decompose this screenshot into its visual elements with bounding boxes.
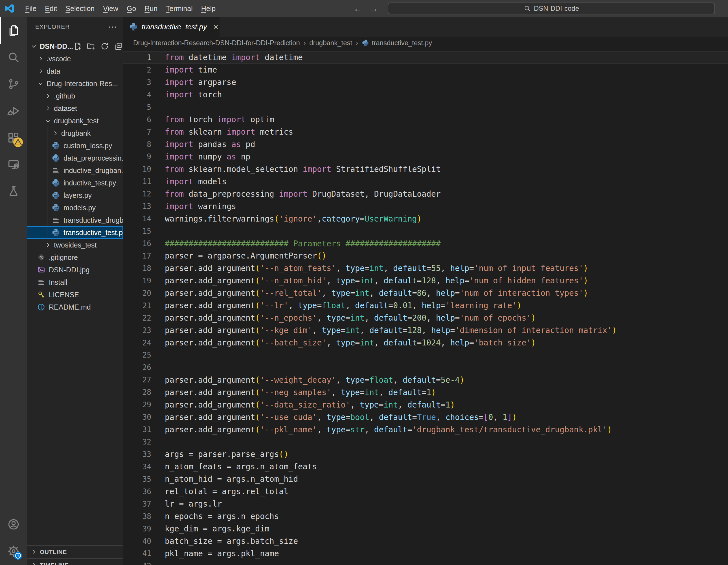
tree-item-models-py[interactable]: models.py (27, 202, 123, 214)
menu-terminal[interactable]: Terminal (162, 0, 197, 17)
tree-item-readme-md[interactable]: README.md (27, 301, 123, 313)
tree-item-layers-py[interactable]: layers.py (27, 189, 123, 202)
code-line[interactable]: 12from data_preprocessing import DrugDat… (123, 188, 728, 200)
menu-edit[interactable]: Edit (41, 0, 61, 17)
tree-item-transductive-test-py[interactable]: transductive_test.py (27, 226, 123, 239)
code-line[interactable]: 26 (123, 361, 728, 374)
new-folder-icon[interactable] (87, 42, 96, 51)
code-line[interactable]: 28parser.add_argument('--neg_samples', t… (123, 386, 728, 398)
code-line[interactable]: 4import torch (123, 89, 728, 101)
code-line[interactable]: 42 (123, 560, 728, 565)
activity-source-control-icon[interactable] (0, 71, 27, 97)
code-line[interactable]: 5 (123, 101, 728, 113)
code-line[interactable]: 38n_epochs = args.n_epochs (123, 510, 728, 523)
tree-item-transductive-drugb[interactable]: transductive_drugb... (27, 214, 123, 226)
code-line[interactable]: 15 (123, 225, 728, 237)
menu-file[interactable]: File (21, 0, 41, 17)
code-line[interactable]: 25 (123, 349, 728, 362)
code-line[interactable]: 1from datetime import datetime (123, 51, 728, 64)
code-line[interactable]: 13import warnings (123, 200, 728, 213)
outline-section-header[interactable]: OUTLINE (27, 545, 123, 558)
tree-item-inductive-test-py[interactable]: inductive_test.py (27, 177, 123, 189)
code-line[interactable]: 11import models (123, 175, 728, 188)
menu-selection[interactable]: Selection (61, 0, 99, 17)
command-center-search[interactable]: DSN-DDI-code (388, 3, 715, 14)
code-line[interactable]: 7from sklearn import metrics (123, 126, 728, 138)
code-editor[interactable]: 1from datetime import datetime2import ti… (123, 49, 728, 565)
code-line[interactable]: 21parser.add_argument('--lr', type=float… (123, 299, 728, 312)
code-line[interactable]: 23parser.add_argument('--kge_dim', type=… (123, 324, 728, 337)
code-line[interactable]: 39kge_dim = args.kge_dim (123, 523, 728, 535)
tree-item-drugbank-test[interactable]: drugbank_test (27, 115, 123, 127)
new-file-icon[interactable] (73, 42, 82, 51)
activity-account-icon[interactable] (0, 511, 27, 538)
code-line[interactable]: 10from sklearn.model_selection import St… (123, 163, 728, 175)
collapse-all-icon[interactable] (114, 42, 123, 51)
nav-back-button[interactable]: ← (353, 0, 362, 17)
tree-item-drug-interaction-res[interactable]: Drug-Interaction-Res... (27, 77, 123, 90)
code-line[interactable]: 35n_atom_hid = args.n_atom_hid (123, 473, 728, 485)
tree-item-dsn-ddi-jpg[interactable]: DSN-DDI.jpg (27, 264, 123, 276)
code-line[interactable]: 9import numpy as np (123, 151, 728, 163)
code-line[interactable]: 20parser.add_argument('--rel_total', typ… (123, 287, 728, 299)
menu-help[interactable]: Help (197, 0, 220, 17)
tree-item-twosides-test[interactable]: twosides_test (27, 239, 123, 251)
activity-explorer-icon[interactable] (0, 17, 27, 44)
code-line[interactable]: 16########################## Parameters … (123, 237, 728, 250)
menu-run[interactable]: Run (140, 0, 162, 17)
code-line[interactable]: 37lr = args.lr (123, 498, 728, 510)
code-line[interactable]: 6from torch import optim (123, 113, 728, 126)
activity-testing-icon[interactable] (0, 178, 27, 205)
activity-remote-icon[interactable] (0, 151, 27, 178)
code-line[interactable]: 31parser.add_argument('--pkl_name', type… (123, 423, 728, 436)
tab-transductive-test[interactable]: transductive_test.py × (123, 17, 220, 37)
breadcrumb-item[interactable]: drugbank_test (309, 39, 352, 47)
breadcrumb-separator: › (356, 38, 358, 47)
tree-item-dataset[interactable]: dataset (27, 102, 123, 115)
code-line[interactable]: 14warnings.filterwarnings('ignore',categ… (123, 213, 728, 225)
tree-root-folder[interactable]: DSN-DD... (27, 40, 123, 52)
tree-item-data[interactable]: data (27, 65, 123, 77)
code-line[interactable]: 29parser.add_argument('--data_size_ratio… (123, 398, 728, 411)
python-file-icon (52, 141, 60, 150)
timeline-section-header[interactable]: TIMELINE (27, 558, 123, 565)
code-line[interactable]: 41pkl_name = args.pkl_name (123, 548, 728, 560)
tree-item-license[interactable]: LICENSE (27, 288, 123, 301)
menu-view[interactable]: View (99, 0, 122, 17)
code-line[interactable]: 24parser.add_argument('--batch_size', ty… (123, 337, 728, 349)
code-line[interactable]: 30parser.add_argument('--use_cuda', type… (123, 411, 728, 423)
code-line[interactable]: 33args = parser.parse_args() (123, 448, 728, 461)
code-line[interactable]: 3import argparse (123, 76, 728, 89)
code-line[interactable]: 34n_atom_feats = args.n_atom_feats (123, 461, 728, 473)
code-line[interactable]: 22parser.add_argument('--n_epochs', type… (123, 312, 728, 324)
tree-item-data-preprocessin[interactable]: data_preprocessin... (27, 152, 123, 164)
menu-go[interactable]: Go (122, 0, 140, 17)
activity-settings-icon[interactable] (0, 538, 27, 564)
code-line[interactable]: 19parser.add_argument('--n_atom_hid', ty… (123, 275, 728, 287)
code-line[interactable]: 27parser.add_argument('--weight_decay', … (123, 374, 728, 386)
tree-item-drugbank[interactable]: drugbank (27, 127, 123, 139)
code-line[interactable]: 36rel_total = args.rel_total (123, 485, 728, 498)
code-line[interactable]: 17parser = argparse.ArgumentParser() (123, 250, 728, 262)
code-line[interactable]: 18parser.add_argument('--n_atom_feats', … (123, 262, 728, 275)
breadcrumb-item[interactable]: Drug-Interaction-Research-DSN-DDI-for-DD… (133, 39, 300, 47)
code-line[interactable]: 32 (123, 436, 728, 448)
refresh-icon[interactable] (100, 42, 109, 51)
tree-item-custom-loss-py[interactable]: custom_loss.py (27, 139, 123, 152)
chevron-right-icon (31, 562, 38, 565)
tab-close-icon[interactable]: × (211, 22, 218, 32)
tree-item-vscode[interactable]: .vscode (27, 52, 123, 65)
tree-item-inductive-drugban[interactable]: inductive_drugban... (27, 164, 123, 177)
tree-item-install[interactable]: Install (27, 276, 123, 288)
tree-item-gitignore[interactable]: .gitignore (27, 251, 123, 264)
tree-item-github[interactable]: .github (27, 90, 123, 102)
activity-run-debug-icon[interactable] (0, 97, 27, 124)
code-line[interactable]: 2import time (123, 64, 728, 76)
nav-forward-button[interactable]: → (369, 0, 378, 17)
code-line[interactable]: 40batch_size = args.batch_size (123, 535, 728, 548)
activity-extensions-icon[interactable] (0, 124, 27, 151)
code-line[interactable]: 8import pandas as pd (123, 138, 728, 151)
explorer-more-button[interactable]: ⋯ (108, 24, 117, 30)
activity-search-icon[interactable] (0, 44, 27, 71)
breadcrumb-item[interactable]: transductive_test.py (362, 39, 432, 47)
